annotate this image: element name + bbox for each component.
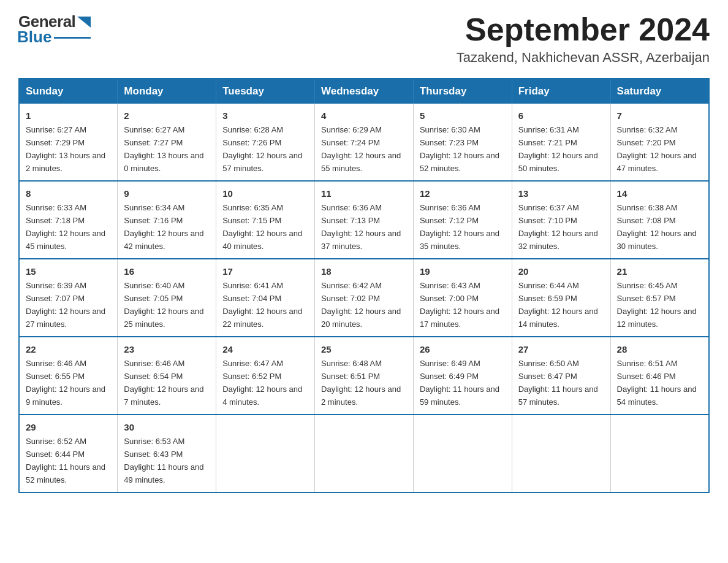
day-cell-21: 21Sunrise: 6:45 AMSunset: 6:57 PMDayligh… (610, 259, 709, 337)
day-number: 16 (124, 264, 210, 278)
header-wednesday: Wednesday (315, 79, 414, 104)
header-friday: Friday (512, 79, 610, 104)
day-cell-5: 5Sunrise: 6:30 AMSunset: 7:23 PMDaylight… (413, 104, 512, 181)
day-cell-1: 1Sunrise: 6:27 AMSunset: 7:29 PMDaylight… (19, 104, 118, 181)
week-row-5: 29Sunrise: 6:52 AMSunset: 6:44 PMDayligh… (19, 415, 709, 492)
day-info: Sunrise: 6:27 AMSunset: 7:27 PMDaylight:… (124, 125, 203, 173)
day-info: Sunrise: 6:40 AMSunset: 7:05 PMDaylight:… (124, 281, 203, 329)
day-number: 10 (222, 186, 308, 201)
day-cell-3: 3Sunrise: 6:28 AMSunset: 7:26 PMDaylight… (216, 104, 315, 181)
empty-cell (315, 415, 414, 492)
week-row-2: 8Sunrise: 6:33 AMSunset: 7:18 PMDaylight… (19, 181, 709, 259)
day-number: 2 (124, 109, 210, 123)
calendar-table: SundayMondayTuesdayWednesdayThursdayFrid… (18, 78, 710, 493)
day-cell-27: 27Sunrise: 6:50 AMSunset: 6:47 PMDayligh… (512, 337, 610, 415)
day-info: Sunrise: 6:52 AMSunset: 6:44 PMDaylight:… (26, 437, 105, 484)
day-info: Sunrise: 6:32 AMSunset: 7:20 PMDaylight:… (617, 125, 697, 173)
day-cell-12: 12Sunrise: 6:36 AMSunset: 7:12 PMDayligh… (413, 181, 512, 259)
day-number: 23 (124, 342, 210, 356)
day-cell-30: 30Sunrise: 6:53 AMSunset: 6:43 PMDayligh… (118, 415, 216, 492)
day-number: 9 (124, 186, 210, 201)
month-title: September 2024 (457, 12, 710, 47)
day-number: 13 (518, 186, 604, 201)
day-cell-14: 14Sunrise: 6:38 AMSunset: 7:08 PMDayligh… (610, 181, 709, 259)
calendar-header-row: SundayMondayTuesdayWednesdayThursdayFrid… (19, 79, 709, 104)
day-info: Sunrise: 6:36 AMSunset: 7:12 PMDaylight:… (420, 203, 499, 251)
day-info: Sunrise: 6:50 AMSunset: 6:47 PMDaylight:… (518, 359, 598, 407)
day-info: Sunrise: 6:45 AMSunset: 6:57 PMDaylight:… (617, 281, 697, 329)
day-number: 15 (26, 264, 111, 278)
day-info: Sunrise: 6:42 AMSunset: 7:02 PMDaylight:… (321, 281, 401, 329)
day-cell-10: 10Sunrise: 6:35 AMSunset: 7:15 PMDayligh… (216, 181, 315, 259)
day-info: Sunrise: 6:27 AMSunset: 7:29 PMDaylight:… (26, 125, 105, 173)
day-number: 25 (321, 342, 407, 356)
header-saturday: Saturday (610, 79, 709, 104)
day-number: 8 (26, 186, 111, 201)
day-info: Sunrise: 6:46 AMSunset: 6:55 PMDaylight:… (26, 359, 105, 407)
day-cell-11: 11Sunrise: 6:36 AMSunset: 7:13 PMDayligh… (315, 181, 414, 259)
day-info: Sunrise: 6:30 AMSunset: 7:23 PMDaylight:… (420, 125, 499, 173)
day-cell-26: 26Sunrise: 6:49 AMSunset: 6:49 PMDayligh… (413, 337, 512, 415)
day-number: 22 (26, 342, 111, 356)
day-info: Sunrise: 6:36 AMSunset: 7:13 PMDaylight:… (321, 203, 401, 251)
day-cell-15: 15Sunrise: 6:39 AMSunset: 7:07 PMDayligh… (19, 259, 118, 337)
day-info: Sunrise: 6:44 AMSunset: 6:59 PMDaylight:… (518, 281, 598, 329)
empty-cell (216, 415, 315, 492)
day-cell-29: 29Sunrise: 6:52 AMSunset: 6:44 PMDayligh… (19, 415, 118, 492)
day-number: 20 (518, 264, 604, 278)
day-info: Sunrise: 6:53 AMSunset: 6:43 PMDaylight:… (124, 437, 203, 484)
location: Tazakend, Nakhichevan ASSR, Azerbaijan (457, 50, 710, 66)
header-sunday: Sunday (19, 79, 118, 104)
day-info: Sunrise: 6:29 AMSunset: 7:24 PMDaylight:… (321, 125, 401, 173)
header-thursday: Thursday (413, 79, 512, 104)
day-number: 5 (420, 109, 506, 123)
week-row-3: 15Sunrise: 6:39 AMSunset: 7:07 PMDayligh… (19, 259, 709, 337)
day-info: Sunrise: 6:33 AMSunset: 7:18 PMDaylight:… (26, 203, 105, 251)
header-tuesday: Tuesday (216, 79, 315, 104)
day-number: 11 (321, 186, 407, 201)
page-header: General Blue September 2024 Tazakend, Na… (18, 12, 710, 66)
empty-cell (413, 415, 512, 492)
day-info: Sunrise: 6:41 AMSunset: 7:04 PMDaylight:… (222, 281, 302, 329)
day-cell-7: 7Sunrise: 6:32 AMSunset: 7:20 PMDaylight… (610, 104, 709, 181)
day-number: 7 (617, 109, 702, 123)
day-cell-9: 9Sunrise: 6:34 AMSunset: 7:16 PMDaylight… (118, 181, 216, 259)
day-cell-4: 4Sunrise: 6:29 AMSunset: 7:24 PMDaylight… (315, 104, 414, 181)
week-row-4: 22Sunrise: 6:46 AMSunset: 6:55 PMDayligh… (19, 337, 709, 415)
day-number: 4 (321, 109, 407, 123)
day-info: Sunrise: 6:49 AMSunset: 6:49 PMDaylight:… (420, 359, 499, 407)
day-cell-19: 19Sunrise: 6:43 AMSunset: 7:00 PMDayligh… (413, 259, 512, 337)
day-number: 21 (617, 264, 702, 278)
day-cell-16: 16Sunrise: 6:40 AMSunset: 7:05 PMDayligh… (118, 259, 216, 337)
day-info: Sunrise: 6:46 AMSunset: 6:54 PMDaylight:… (124, 359, 203, 407)
day-info: Sunrise: 6:34 AMSunset: 7:16 PMDaylight:… (124, 203, 203, 251)
empty-cell (610, 415, 709, 492)
day-info: Sunrise: 6:38 AMSunset: 7:08 PMDaylight:… (617, 203, 697, 251)
day-info: Sunrise: 6:37 AMSunset: 7:10 PMDaylight:… (518, 203, 598, 251)
day-number: 12 (420, 186, 506, 201)
day-cell-18: 18Sunrise: 6:42 AMSunset: 7:02 PMDayligh… (315, 259, 414, 337)
week-row-1: 1Sunrise: 6:27 AMSunset: 7:29 PMDaylight… (19, 104, 709, 181)
day-cell-17: 17Sunrise: 6:41 AMSunset: 7:04 PMDayligh… (216, 259, 315, 337)
empty-cell (512, 415, 610, 492)
day-info: Sunrise: 6:48 AMSunset: 6:51 PMDaylight:… (321, 359, 401, 407)
day-cell-20: 20Sunrise: 6:44 AMSunset: 6:59 PMDayligh… (512, 259, 610, 337)
day-number: 19 (420, 264, 506, 278)
day-info: Sunrise: 6:51 AMSunset: 6:46 PMDaylight:… (617, 359, 697, 407)
logo: General Blue (18, 12, 91, 47)
day-cell-28: 28Sunrise: 6:51 AMSunset: 6:46 PMDayligh… (610, 337, 709, 415)
svg-marker-0 (77, 17, 91, 28)
day-info: Sunrise: 6:43 AMSunset: 7:00 PMDaylight:… (420, 281, 499, 329)
logo-triangle-icon (77, 17, 91, 28)
day-cell-22: 22Sunrise: 6:46 AMSunset: 6:55 PMDayligh… (19, 337, 118, 415)
day-number: 28 (617, 342, 702, 356)
day-info: Sunrise: 6:28 AMSunset: 7:26 PMDaylight:… (222, 125, 302, 173)
day-info: Sunrise: 6:39 AMSunset: 7:07 PMDaylight:… (26, 281, 105, 329)
day-info: Sunrise: 6:31 AMSunset: 7:21 PMDaylight:… (518, 125, 598, 173)
day-number: 27 (518, 342, 604, 356)
day-number: 17 (222, 264, 308, 278)
day-cell-2: 2Sunrise: 6:27 AMSunset: 7:27 PMDaylight… (118, 104, 216, 181)
day-number: 26 (420, 342, 506, 356)
day-cell-6: 6Sunrise: 6:31 AMSunset: 7:21 PMDaylight… (512, 104, 610, 181)
day-number: 29 (26, 420, 111, 434)
